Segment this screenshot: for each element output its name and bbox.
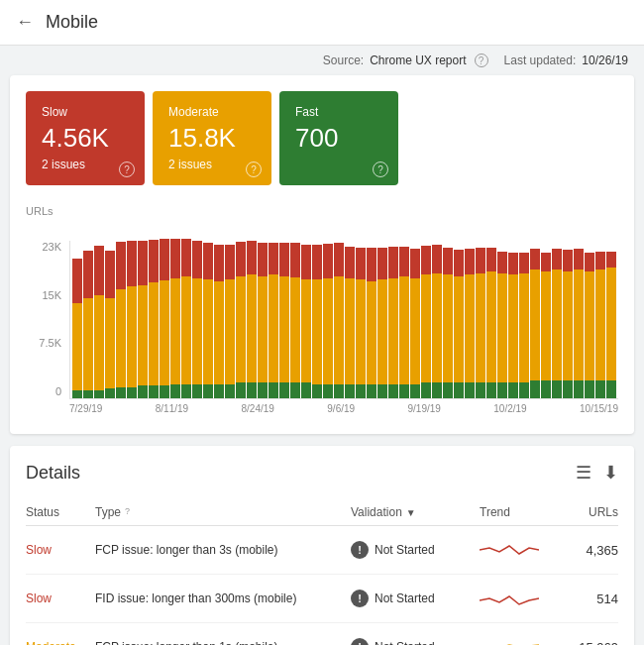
bar-seg-slow (225, 245, 235, 279)
bar-seg-slow (421, 246, 431, 274)
bar-stack (476, 248, 485, 398)
bar-seg-slow (541, 253, 551, 271)
moderate-help-icon[interactable]: ? (246, 161, 262, 177)
metric-tile-slow[interactable]: Slow 4.56K 2 issues ? (26, 91, 145, 185)
bar-seg-moderate (519, 273, 529, 382)
bar-seg-fast (606, 380, 616, 398)
bar-col (181, 241, 191, 398)
bar-stack (160, 239, 169, 398)
bar-seg-slow (595, 252, 605, 269)
bar-col (225, 241, 235, 398)
x-label-3: 8/24/19 (242, 403, 274, 414)
bar-seg-slow (138, 241, 148, 285)
bar-seg-fast (552, 380, 562, 398)
bar-seg-moderate (454, 276, 464, 382)
bar-seg-fast (192, 384, 202, 398)
bar-col (421, 241, 431, 398)
bar-seg-fast (149, 385, 159, 398)
details-actions: ☰ ⬇ (576, 462, 618, 484)
bar-seg-fast (160, 385, 169, 398)
bar-col (585, 241, 594, 398)
bar-col (399, 241, 409, 398)
bar-seg-moderate (149, 282, 159, 385)
updated-value: 10/26/19 (582, 54, 628, 67)
bar-col (530, 241, 540, 398)
bar-seg-fast (563, 380, 573, 398)
bar-seg-moderate (541, 271, 551, 380)
bar-seg-slow (486, 248, 496, 271)
col-status-header: Status (26, 505, 95, 519)
slow-label: Slow (42, 105, 129, 119)
filter-icon[interactable]: ☰ (576, 462, 591, 484)
bar-seg-slow (290, 243, 300, 277)
col-type-label: Type (95, 505, 121, 519)
details-title: Details (26, 463, 80, 484)
row-urls: 4,365 (559, 543, 618, 558)
x-label-4: 9/6/19 (327, 403, 355, 414)
bar-stack (497, 252, 507, 398)
x-label-7: 10/15/19 (580, 403, 618, 414)
validation-text: Not Started (375, 640, 435, 645)
bar-stack (279, 243, 289, 398)
bar-seg-slow (116, 242, 126, 289)
fast-help-icon[interactable]: ? (373, 161, 388, 177)
bar-seg-fast (508, 382, 518, 398)
bar-seg-slow (203, 243, 213, 279)
bar-seg-moderate (290, 277, 300, 382)
validation-icon: ! (351, 541, 369, 559)
table-body: Slow FCP issue: longer than 3s (mobile) … (26, 526, 618, 645)
bar-stack (530, 249, 540, 398)
bar-seg-slow (312, 245, 322, 279)
validation-icon: ! (351, 590, 369, 607)
bar-seg-moderate (486, 271, 496, 382)
download-icon[interactable]: ⬇ (603, 462, 618, 484)
bar-col (312, 241, 322, 398)
source-help-icon[interactable]: ? (475, 54, 488, 67)
slow-help-icon[interactable]: ? (119, 161, 135, 177)
metric-tile-moderate[interactable]: Moderate 15.8K 2 issues ? (153, 91, 271, 185)
bar-stack (312, 245, 322, 398)
bar-stack (454, 250, 464, 398)
bar-seg-moderate (214, 281, 224, 384)
bar-seg-fast (258, 382, 268, 398)
bar-seg-fast (268, 382, 278, 398)
bar-seg-moderate (421, 274, 431, 382)
moderate-label: Moderate (168, 105, 256, 119)
bar-col (170, 241, 180, 398)
bar-col (563, 241, 573, 398)
table-row[interactable]: Moderate FCP issue: longer than 1s (mobi… (26, 623, 618, 645)
moderate-value: 15.8K (168, 123, 256, 154)
table-row[interactable]: Slow FID issue: longer than 300ms (mobil… (26, 575, 618, 623)
y-tick-0: 0 (26, 385, 61, 397)
bar-seg-moderate (497, 273, 507, 382)
bar-seg-fast (399, 384, 409, 398)
bar-seg-moderate (563, 271, 573, 380)
bar-seg-slow (399, 247, 409, 276)
bar-seg-slow (192, 241, 202, 278)
back-button[interactable]: ← (16, 12, 34, 33)
details-card: Details ☰ ⬇ Status Type ? Validation ▼ T… (10, 446, 634, 645)
bar-seg-moderate (225, 279, 235, 384)
bar-col (72, 241, 82, 398)
y-axis: 0 7.5K 15K 23K (26, 241, 61, 399)
bar-seg-fast (574, 380, 584, 398)
bar-seg-slow (356, 248, 366, 279)
validation-sort-icon[interactable]: ▼ (406, 507, 416, 518)
col-type-help-icon[interactable]: ? (125, 506, 138, 519)
bar-stack (345, 247, 355, 398)
bar-seg-slow (149, 240, 159, 282)
bar-seg-slow (334, 243, 344, 276)
bar-col (432, 241, 442, 398)
bar-col (443, 241, 453, 398)
y-tick-7k: 7.5K (26, 337, 61, 349)
table-row[interactable]: Slow FCP issue: longer than 3s (mobile) … (26, 526, 618, 575)
bar-seg-fast (465, 382, 475, 398)
metric-tile-fast[interactable]: Fast 700 ? (279, 91, 398, 185)
bar-seg-slow (160, 239, 169, 280)
slow-issues: 2 issues (42, 158, 129, 171)
row-trend (480, 538, 539, 562)
bar-stack (214, 245, 224, 398)
bar-stack (170, 239, 180, 398)
bar-seg-moderate (508, 274, 518, 382)
bar-seg-fast (181, 384, 191, 398)
